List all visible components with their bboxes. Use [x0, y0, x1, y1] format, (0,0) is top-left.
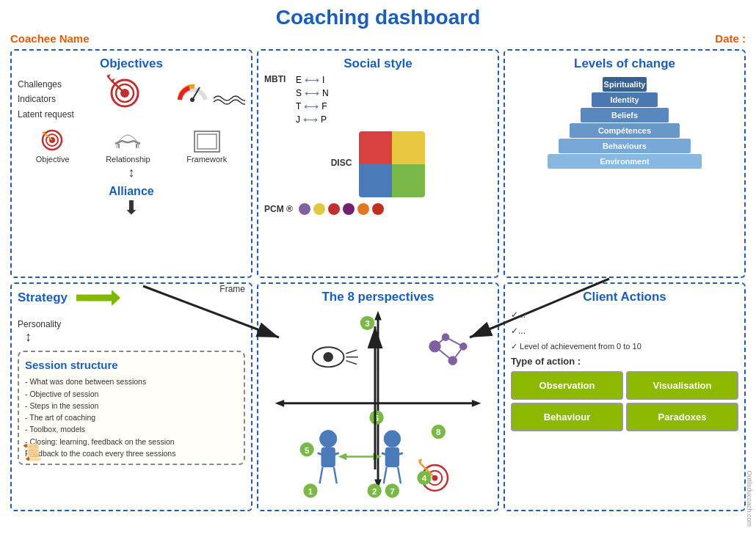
svg-text:8: 8	[436, 427, 441, 436]
pcm-dot-5	[372, 203, 384, 215]
disc-blue	[359, 164, 392, 197]
date-label: Date :	[715, 32, 746, 45]
objectives-bottom: Objective Relationship	[18, 128, 245, 164]
svg-point-41	[384, 431, 401, 447]
svg-rect-42	[385, 447, 399, 467]
check-item-1: ✓...	[511, 323, 738, 340]
session-item-6: Feedback to the coach every three sessio…	[25, 447, 238, 459]
objectives-title: Objectives	[18, 56, 245, 71]
check-item-0: ✓...	[511, 307, 738, 323]
mbti-line-0: E ⟷ I	[296, 74, 492, 86]
disc-red	[359, 131, 392, 164]
pcm-label: PCM ®	[264, 204, 293, 214]
level-behaviours: Behaviours	[559, 139, 691, 153]
strategy-green-arrow	[76, 290, 120, 306]
page-title: Coaching dashboard	[10, 6, 746, 29]
levels-title: Levels of change	[511, 56, 738, 71]
pcm-dot-0	[299, 203, 310, 215]
svg-marker-49	[338, 453, 347, 461]
client-checks: ✓... ✓...	[511, 307, 738, 339]
action-observation: Observation	[511, 371, 623, 400]
pcm-dot-3	[343, 203, 355, 215]
pcm-dot-2	[328, 203, 340, 215]
action-behaviour: Behaviour	[511, 403, 623, 431]
social-style-panel: Social style MBTI E ⟷ I S ⟷ N T	[257, 49, 499, 278]
big-arrow-down: ⬇	[123, 198, 139, 217]
action-paradoxes: Paradoxes	[626, 403, 738, 431]
session-item-3: - The art of coaching	[25, 412, 238, 423]
svg-line-46	[398, 467, 401, 483]
strategy-title: Strategy	[18, 290, 68, 305]
svg-text:5: 5	[305, 445, 310, 455]
obj-item-relationship: Relationship	[106, 128, 150, 164]
svg-line-39	[320, 467, 323, 483]
watermark: Outilsducoach.com	[746, 470, 753, 527]
pyramid: Spirituality Identity Beliefs Compétence…	[511, 77, 738, 169]
perspectives-title: The 8 perspectives	[264, 290, 492, 304]
perspectives-diagram: 3 4 5 6 7 8 1 2	[264, 307, 492, 502]
session-item-5: - Closing: learning, feedback on the ses…	[25, 436, 238, 447]
header-row: Coachee Name Date :	[10, 32, 746, 45]
session-structure: Session structure - What was done betwee…	[18, 351, 245, 465]
client-content: ✓... ✓... ✓ Level of achievement from 0 …	[511, 307, 738, 511]
disc-green	[392, 164, 425, 197]
levels-panel: Levels of change Spirituality Identity B…	[504, 49, 746, 278]
objectives-list: Challenges Indicators Latent request	[18, 77, 74, 122]
achievement-text: ✓ Level of achievement from 0 to 10	[511, 342, 738, 351]
disc-yellow	[392, 131, 425, 164]
svg-text:1: 1	[308, 486, 313, 496]
perspectives-svg: 3 4 5 6 7 8 1 2	[264, 307, 492, 500]
svg-point-52	[432, 475, 438, 481]
pcm-section: PCM ®	[264, 203, 492, 215]
frame-label: Frame	[219, 284, 245, 294]
level-identity: Identity	[592, 92, 658, 107]
svg-point-23	[323, 352, 333, 362]
mbti-line-3: J ⟷ P	[296, 114, 492, 125]
client-actions-title: Client Actions	[511, 290, 738, 304]
session-item-0: - What was done between sessions	[25, 376, 238, 387]
personality-arrow: ↕	[25, 329, 245, 345]
up-down-arrow: ↕	[128, 165, 135, 180]
obj-item-objective: Objective	[36, 128, 70, 164]
svg-text:4: 4	[422, 473, 427, 483]
svg-text:2: 2	[372, 486, 377, 496]
perspectives-panel: The 8 perspectives	[257, 282, 499, 511]
type-action-label: Type of action :	[511, 356, 738, 367]
svg-text:6: 6	[374, 413, 379, 423]
svg-line-40	[334, 467, 337, 483]
objectives-icon	[105, 71, 145, 118]
svg-point-35	[320, 431, 337, 447]
mbti-line-2: T ⟷ F	[296, 100, 492, 112]
svg-point-8	[190, 98, 195, 102]
svg-marker-21	[275, 400, 285, 407]
session-item-4: - Toolbox, models	[25, 423, 238, 435]
svg-line-31	[435, 346, 453, 360]
svg-marker-20	[472, 400, 481, 407]
level-environment: Environment	[548, 154, 702, 169]
svg-line-45	[384, 467, 387, 483]
session-item-1: - Objective of session	[25, 388, 238, 400]
svg-text:3: 3	[365, 318, 370, 328]
level-spirituality: Spirituality	[603, 77, 647, 92]
obj-challenge: Challenges	[18, 77, 74, 92]
pcm-dot-1	[313, 203, 325, 215]
mbti-label: MBTI	[264, 74, 290, 84]
action-grid: Observation Visualisation Behaviour Para…	[511, 371, 738, 431]
disc-grid	[359, 131, 425, 197]
svg-marker-17	[374, 311, 382, 321]
level-beliefs: Beliefs	[581, 108, 669, 122]
main-grid: Objectives Challenges Indicators Latent …	[10, 49, 746, 511]
session-title: Session structure	[25, 356, 238, 373]
svg-rect-15	[197, 134, 217, 149]
mbti-items: E ⟷ I S ⟷ N T ⟷ F J	[296, 74, 492, 125]
obj-item-framework: Framework	[186, 130, 227, 164]
svg-rect-36	[321, 447, 335, 467]
strategy-title-row: Strategy Frame	[18, 290, 245, 306]
svg-line-24	[346, 350, 357, 354]
client-actions-panel: Client Actions ✓... ✓... ✓ Level of achi…	[504, 282, 746, 511]
mbti-section: MBTI E ⟷ I S ⟷ N T ⟷ F	[264, 74, 492, 125]
session-item-2: - Steps in the session	[25, 400, 238, 412]
svg-line-33	[446, 337, 463, 347]
mbti-line-1: S ⟷ N	[296, 87, 492, 99]
gauge-icon	[176, 74, 245, 110]
